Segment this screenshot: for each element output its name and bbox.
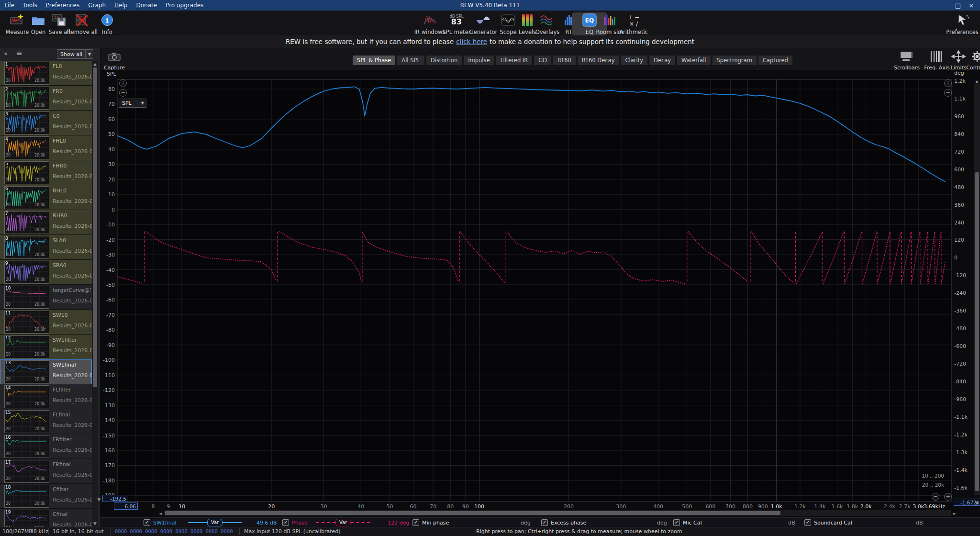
tab-decay[interactable]: Decay bbox=[649, 56, 675, 65]
toolbar-button-arithmetic[interactable]: + −× /Arithmetic bbox=[616, 12, 651, 35]
tab-spl-phase[interactable]: SPL & Phase bbox=[353, 56, 395, 65]
tab-gd[interactable]: GD bbox=[534, 56, 551, 65]
excess-phase-label[interactable]: Excess phase bbox=[551, 518, 586, 527]
minimize-button[interactable]: – bbox=[938, 0, 951, 11]
phase-label[interactable]: Phase bbox=[292, 518, 308, 527]
measurement-item-FRfinal[interactable]: 172020.0kFRfinalResults_2026-01-08_0 bbox=[0, 459, 92, 484]
menu-tools[interactable]: Tools bbox=[23, 2, 37, 9]
menu-help[interactable]: Help bbox=[114, 2, 127, 9]
zoom-out-left-button[interactable]: − bbox=[119, 89, 127, 97]
phase-checkbox[interactable]: ✓ bbox=[282, 519, 289, 526]
trace-var-button[interactable]: Var bbox=[207, 519, 223, 526]
plot-vscrollbar-thumb[interactable] bbox=[975, 172, 979, 491]
freq-axis-min-box[interactable]: 6.06 bbox=[114, 502, 138, 510]
svg-text:1.4k: 1.4k bbox=[814, 503, 826, 510]
measurement-item-C0[interactable]: 32020.0kC0Results_2026-01-08_0 bbox=[0, 111, 92, 135]
spl-axis-spinner-icon[interactable]: ▼ bbox=[96, 497, 102, 502]
capture-button[interactable]: Capture bbox=[104, 49, 125, 71]
tab-impulse[interactable]: Impulse bbox=[464, 56, 494, 65]
measurement-item-FLfilter[interactable]: 142020.0kFLfilterResults_2026-01-08_0 bbox=[0, 384, 92, 409]
freq-range-preset-20-20k[interactable]: 20 .. 20k bbox=[915, 482, 944, 488]
zoom-out-right-button[interactable]: − bbox=[944, 89, 952, 97]
menu-pro-upgrades[interactable]: Pro upgrades bbox=[166, 2, 203, 9]
sidebar-scroll-down-icon[interactable]: ▼ bbox=[92, 521, 98, 526]
zoom-out-bottom-button[interactable]: − bbox=[932, 493, 939, 501]
show-all-arrow-icon[interactable]: ▼ bbox=[86, 49, 93, 59]
sidebar-menu-icon[interactable]: ≡ bbox=[16, 49, 22, 57]
title-bar: FileToolsPreferencesGraphHelpDonatePro u… bbox=[0, 0, 980, 11]
measurement-item-FR0[interactable]: 22020.0kFR0Results_2026-01-08_0 bbox=[0, 86, 92, 111]
measurement-name: SW10 bbox=[53, 312, 68, 318]
measurement-item-SLA0[interactable]: 82020.0kSLA0Results_2026-01-08_0 bbox=[0, 235, 92, 260]
trace-checkbox[interactable]: ✓ bbox=[144, 519, 150, 526]
svg-text:-360: -360 bbox=[954, 308, 966, 314]
soundcard-cal-label[interactable]: Soundcard Cal bbox=[814, 518, 852, 527]
svg-text:90: 90 bbox=[462, 503, 469, 510]
tab-rt60-decay[interactable]: RT60 Decay bbox=[578, 56, 619, 65]
measurement-item-FRfilter[interactable]: 162020.0kFRfilterResults_2026-01-08_0 bbox=[0, 434, 92, 459]
tab-rt60[interactable]: RT60 bbox=[553, 56, 576, 65]
toolbar-button-preferences[interactable]: Preferences bbox=[945, 12, 980, 35]
min-phase-checkbox[interactable]: ✓ bbox=[412, 519, 419, 526]
graph-button-controls[interactable]: Controls bbox=[962, 49, 980, 71]
phase-var-button[interactable]: Var bbox=[335, 519, 351, 526]
plot-vscrollbar[interactable] bbox=[974, 84, 980, 495]
maximize-button[interactable]: □ bbox=[951, 0, 965, 11]
sidebar-scroll-up-icon[interactable]: ▲ bbox=[92, 61, 98, 67]
measurement-item-FL0[interactable]: 12020.0kFL0Results_2026-01-08_0 bbox=[0, 61, 92, 86]
plot-hscrollbar[interactable] bbox=[164, 510, 951, 516]
measurement-item-SW1filter[interactable]: 122020.0kSW1filterResults_2026-01-08_0 bbox=[0, 335, 92, 359]
graph-button-scrollbars[interactable]: Scrollbars bbox=[892, 49, 922, 71]
deg-axis-spinner-icon[interactable]: ▼ bbox=[974, 500, 980, 506]
soundcard-cal-checkbox[interactable]: ✓ bbox=[804, 519, 811, 526]
menu-preferences[interactable]: Preferences bbox=[46, 2, 80, 9]
collapse-sidebar-icon[interactable]: « bbox=[4, 50, 8, 57]
sidebar-scrollbar[interactable]: ▲ ▼ bbox=[92, 61, 98, 527]
zoom-in-bottom-button[interactable]: + bbox=[944, 493, 952, 501]
tab-all-spl[interactable]: All SPL bbox=[397, 56, 424, 65]
toolbar-button-info[interactable]: iInfo bbox=[90, 12, 124, 35]
measurement-item-FLfinal[interactable]: 152020.0kFLfinalResults_2026-01-08_0 bbox=[0, 409, 92, 434]
measurement-item-SRA0[interactable]: 92020.0kSRA0Results_2026-01-08_0 bbox=[0, 260, 92, 285]
zoom-in-right-button[interactable]: + bbox=[944, 79, 952, 87]
measurement-item-Cfinal[interactable]: 192020.0kCfinalResults_2026-01-08_0 bbox=[0, 509, 92, 527]
menu-file[interactable]: File bbox=[5, 2, 14, 9]
close-button[interactable]: × bbox=[965, 0, 978, 11]
spl-phase-chart[interactable]: 80706050403020100-10-20-30-40-50-60-70-8… bbox=[100, 70, 980, 517]
hscroll-right-icon[interactable]: ► bbox=[952, 511, 958, 516]
measurement-item-RHL0[interactable]: 62020.0kRHL0Results_2026-01-08_0 bbox=[0, 185, 92, 210]
sidebar-scrollbar-thumb[interactable] bbox=[93, 67, 97, 387]
mic-cal-checkbox[interactable]: ✓ bbox=[673, 519, 680, 526]
measurement-item-RHR0[interactable]: 72020.0kRHR0Results_2026-01-08_0 bbox=[0, 210, 92, 235]
plot-hscrollbar-thumb[interactable] bbox=[165, 511, 780, 515]
freq-range-preset-10-200[interactable]: 10 .. 200 bbox=[915, 473, 944, 479]
measurement-item-FHR0[interactable]: 52020.0kFHR0Results_2026-01-08_0 bbox=[0, 160, 92, 185]
measurement-item-FHL0[interactable]: 42020.0kFHL0Results_2026-01-08_0 bbox=[0, 135, 92, 160]
min-phase-label[interactable]: Min phase bbox=[422, 518, 449, 527]
zoom-in-left-button[interactable]: + bbox=[119, 79, 127, 87]
tab-captured[interactable]: Captured bbox=[758, 56, 792, 65]
tab-clarity[interactable]: Clarity bbox=[621, 56, 647, 65]
show-all-dropdown[interactable]: Show all bbox=[57, 49, 86, 59]
measurement-result: Results_2026-01-08_0 bbox=[53, 347, 92, 354]
measurement-item-targetCurve@73.0dB[interactable]: 102020.0ktargetCurve@73.0dBResults_2026-… bbox=[0, 285, 92, 310]
hscroll-left-icon[interactable]: ◄ bbox=[157, 511, 163, 516]
trace-label[interactable]: SW1final bbox=[153, 518, 177, 527]
measurement-item-Cfilter[interactable]: 182020.0kCfilterResults_2026-01-08_0 bbox=[0, 484, 92, 509]
trace-type-select[interactable]: SPL ▼ bbox=[119, 99, 146, 108]
tab-waterfall[interactable]: Waterfall bbox=[677, 56, 710, 65]
toolbar-label: Info bbox=[102, 29, 112, 35]
spl-axis-min-box[interactable]: -192.5 bbox=[102, 495, 128, 502]
tab-filtered-ir[interactable]: Filtered IR bbox=[496, 56, 533, 65]
measurement-item-SW10[interactable]: 112020.0kSW10Results_2026-01-08_0 bbox=[0, 310, 92, 335]
plot-area[interactable]: 80706050403020100-10-20-30-40-50-60-70-8… bbox=[100, 70, 980, 517]
measurement-item-SW1final[interactable]: 132020.0kSW1finalResults_2026-01-08_0 bbox=[0, 359, 92, 384]
menu-graph[interactable]: Graph bbox=[88, 2, 106, 9]
excess-phase-checkbox[interactable]: ✓ bbox=[541, 519, 548, 526]
tab-spectrogram[interactable]: Spectrogram bbox=[713, 56, 757, 65]
vscroll-up-icon[interactable]: ▲ bbox=[974, 78, 980, 84]
donate-link[interactable]: click here bbox=[456, 38, 487, 45]
menu-donate[interactable]: Donate bbox=[136, 2, 157, 9]
mic-cal-label[interactable]: Mic Cal bbox=[683, 518, 702, 527]
tab-distortion[interactable]: Distortion bbox=[426, 56, 462, 65]
